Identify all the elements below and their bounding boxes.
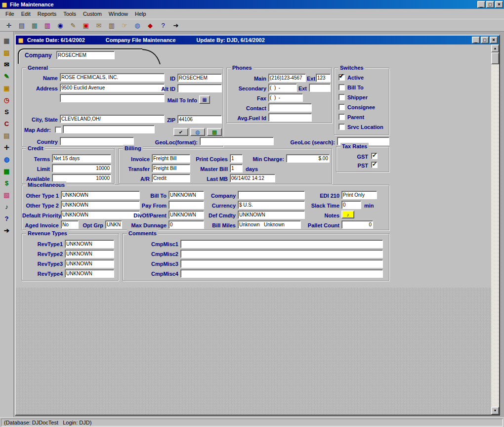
pst-checkbox[interactable] [371, 162, 378, 168]
ext2-input[interactable] [309, 84, 331, 92]
scroll-down-button[interactable]: ▼ [491, 407, 499, 415]
switch-checkbox[interactable] [338, 124, 345, 130]
zip-input[interactable] [177, 115, 222, 124]
pallet-count-input[interactable] [341, 220, 373, 229]
aged-invoice-input[interactable] [61, 220, 79, 229]
globe-button[interactable]: ◍ [190, 128, 205, 136]
notes-button[interactable]: ♪ [341, 211, 354, 218]
gst-checkbox[interactable] [371, 153, 378, 159]
side-toolbar-button[interactable]: $ [1, 178, 12, 188]
sign-button[interactable]: ✔ [173, 128, 188, 136]
comment-input[interactable] [180, 269, 383, 278]
revenue-input[interactable] [65, 259, 114, 268]
side-toolbar-button[interactable]: C [1, 119, 12, 128]
comment-input[interactable] [180, 240, 383, 248]
company-input[interactable] [56, 51, 115, 59]
city-state-input[interactable] [60, 115, 165, 123]
address2-input[interactable] [60, 94, 165, 102]
toolbar-button[interactable]: ▣ [80, 20, 92, 31]
toolbar-button[interactable]: ◉ [54, 20, 66, 31]
slack-time-input[interactable] [341, 201, 361, 209]
avg-fuel-input[interactable] [268, 113, 312, 122]
misc-bill-to-input[interactable] [168, 191, 204, 199]
toolbar-button[interactable]: ▦ [29, 20, 41, 31]
address1-input[interactable] [60, 84, 165, 92]
menu-item[interactable]: Edit [18, 10, 34, 18]
minimize-button[interactable]: _ [477, 1, 485, 8]
max-dunnage-input[interactable] [168, 220, 204, 229]
revenue-input[interactable] [65, 240, 114, 248]
child-titlebar[interactable]: ▦ Create Date: 6/14/2002 Company File Ma… [16, 36, 499, 44]
misc-company-input[interactable] [238, 191, 305, 199]
transfer-input[interactable] [152, 164, 190, 172]
side-toolbar-button[interactable]: ▨ [1, 47, 12, 57]
main-phone-input[interactable] [268, 74, 306, 82]
menu-item[interactable]: Help [131, 10, 150, 18]
side-toolbar-button[interactable]: ◷ [1, 95, 12, 105]
menu-item[interactable]: Tools [60, 10, 80, 18]
toolbar-button[interactable]: ✉ [93, 20, 105, 31]
revenue-input[interactable] [65, 269, 114, 278]
maximize-button[interactable]: □ [486, 1, 494, 8]
side-toolbar-button[interactable]: ▤ [1, 130, 12, 140]
invoice-input[interactable] [152, 154, 190, 163]
scroll-up-button[interactable]: ▲ [491, 44, 499, 52]
side-toolbar-button[interactable]: ✛ [1, 142, 12, 152]
child-minimize-button[interactable]: _ [472, 37, 480, 43]
edi210-input[interactable] [341, 191, 377, 199]
menu-item[interactable]: File [2, 10, 18, 18]
map-addr-input[interactable] [63, 125, 155, 133]
secondary-phone-input[interactable] [268, 84, 297, 92]
revenue-input[interactable] [65, 250, 114, 258]
min-charge-input[interactable] [286, 154, 330, 163]
master-bill-input[interactable] [230, 164, 243, 172]
side-toolbar-button[interactable]: ◍ [1, 154, 12, 164]
scroll-thumb[interactable] [491, 52, 499, 64]
geoloc-format-input[interactable] [200, 137, 274, 145]
menu-item[interactable]: Custom [80, 10, 105, 18]
def-cmdty-input[interactable] [238, 211, 305, 219]
map-button[interactable]: ▩ [207, 128, 222, 136]
limit-input[interactable] [52, 164, 111, 172]
toolbar-button[interactable]: ◆ [144, 20, 156, 31]
currency-input[interactable] [238, 201, 305, 209]
toolbar-button[interactable]: ? [157, 20, 169, 31]
divof-parent-input[interactable] [168, 211, 204, 219]
comment-input[interactable] [180, 259, 383, 268]
comment-input[interactable] [180, 250, 383, 258]
toolbar-button[interactable]: ➔ [170, 20, 182, 31]
switch-checkbox[interactable] [338, 94, 345, 100]
side-toolbar-button[interactable]: ▦ [1, 36, 12, 45]
side-toolbar-button[interactable]: S [1, 107, 12, 117]
contact-input[interactable] [268, 103, 312, 112]
last-mb-input[interactable] [230, 174, 275, 182]
child-close-button[interactable]: × [490, 37, 498, 43]
toolbar-button[interactable]: ▥ [42, 20, 53, 31]
side-toolbar-button[interactable]: ✎ [1, 71, 12, 81]
switch-checkbox[interactable] [338, 84, 345, 90]
name-input[interactable] [60, 73, 165, 82]
side-toolbar-button[interactable]: ✉ [1, 59, 12, 69]
mail-to-info-button[interactable]: ▦ [199, 95, 210, 104]
side-toolbar-button[interactable]: ▩ [1, 166, 12, 176]
close-button[interactable]: × [495, 1, 503, 8]
toolbar-button[interactable]: ▥ [106, 20, 118, 31]
side-toolbar-button[interactable]: ♪ [1, 202, 12, 212]
child-maximize-button[interactable]: □ [481, 37, 489, 43]
terms-input[interactable] [52, 154, 111, 163]
child-vscrollbar[interactable]: ▲ ▼ [491, 44, 499, 415]
toolbar-button[interactable]: ☞ [119, 20, 130, 31]
country-input[interactable] [60, 137, 134, 145]
map-addr-checkbox[interactable] [55, 127, 61, 133]
side-toolbar-button[interactable]: ▣ [1, 83, 12, 93]
switch-checkbox[interactable] [338, 104, 345, 110]
switch-checkbox[interactable] [338, 114, 345, 120]
bill-miles-input[interactable] [238, 220, 301, 229]
print-copies-input[interactable] [230, 154, 243, 163]
toolbar-button[interactable]: ✛ [3, 20, 15, 31]
fax-input[interactable] [268, 93, 303, 102]
pay-from-input[interactable] [168, 201, 204, 209]
app-titlebar[interactable]: ▦ File Maintenance _ □ × [0, 0, 504, 9]
menu-item[interactable]: Reports [34, 10, 60, 18]
ar-input[interactable] [152, 174, 190, 182]
